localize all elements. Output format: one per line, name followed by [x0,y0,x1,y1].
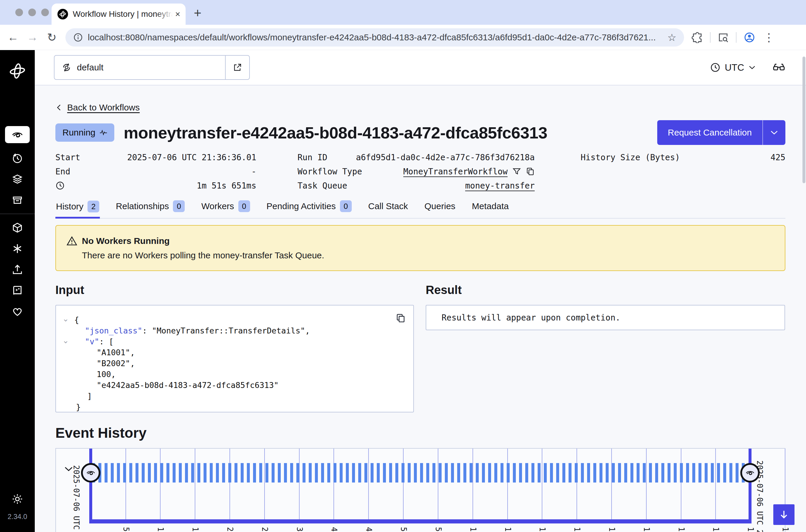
down-arrow-icon [778,509,789,520]
sidebar-item-docs[interactable] [12,285,23,296]
scroll-to-bottom-button[interactable] [773,504,794,525]
tab-close-icon[interactable]: × [175,10,180,19]
timeline-gridline [368,449,369,519]
site-info-icon[interactable] [73,33,83,42]
profile-avatar-icon[interactable] [744,32,755,43]
browser-tab[interactable]: Workflow History | moneytran × [52,3,186,25]
sidebar-item-deployments[interactable] [12,173,23,185]
external-link-icon [233,63,242,72]
temporal-logo-icon[interactable] [9,62,26,79]
window-controls[interactable] [15,8,49,16]
tick-label: 1m [781,527,790,532]
toolbar-divider [736,32,736,43]
tick-label: 11s [156,527,165,532]
event-history-timeline[interactable]: 5s11s17s22s28s34s40s45s51s57s1m1m1m1m1m1… [55,448,785,532]
timezone-selector[interactable]: UTC [710,62,756,73]
tick-label: 22s [226,527,234,532]
tab-queries[interactable]: Queries [424,197,456,218]
workflow-end-node[interactable] [740,463,760,482]
sidebar-item-nexus[interactable] [12,243,23,254]
back-to-workflows-link[interactable]: Back to Workflows [67,102,140,113]
warning-title: No Workers Running [82,236,170,246]
request-cancellation-label[interactable]: Request Cancellation [657,120,762,145]
window-minimize-button[interactable] [28,8,36,16]
workflow-execution-band[interactable] [92,463,751,482]
app-topbar: default UTC [35,50,806,86]
tick-label: 34s [295,527,304,532]
tab-metadata[interactable]: Metadata [471,197,510,218]
task-queue-label: Task Queue [298,181,347,191]
extensions-icon[interactable] [692,32,703,43]
result-message: Results will appear upon completion. [442,313,620,323]
back-icon[interactable]: ← [6,31,19,44]
workflow-type-link[interactable]: MoneyTransferWorkflow [403,167,507,176]
window-close-button[interactable] [15,8,23,16]
result-heading: Result [426,283,785,297]
url-text[interactable]: localhost:8080/namespaces/default/workfl… [88,33,663,42]
timeline-gridline [126,449,126,519]
timeline-gridline [715,449,716,519]
tab-relationships[interactable]: Relationships 0 [115,197,185,218]
tick-label: 57s [434,527,443,532]
timeline-gridline [577,449,577,519]
timeline-gridline [403,449,404,519]
new-tab-button[interactable]: + [194,6,202,19]
workflow-start-node[interactable] [81,463,100,482]
timeline-gridline [681,449,682,519]
tick-label: 40s [330,527,339,532]
tab-pending-activities[interactable]: Pending Activities 0 [266,197,352,218]
workflow-tabs: History 2 Relationships 0 Workers 0 Pend… [55,197,785,218]
tick-label: 1m [677,527,686,532]
timeline-gridline [333,449,334,519]
status-badge[interactable]: Running [55,124,114,142]
search-tabs-icon[interactable] [717,32,729,43]
forward-icon: → [26,31,39,44]
main-panel: default UTC [35,50,806,532]
history-size-value: 425 [770,153,785,162]
copy-icon[interactable] [526,167,535,176]
fold-caret-icon[interactable]: › [60,340,71,345]
chevron-left-icon [55,104,63,111]
end-label: End [55,167,71,176]
chevron-down-icon [748,64,756,71]
namespace-icon [62,62,72,73]
namespace-selector[interactable]: default [54,55,250,80]
duration-value: 1m 51s 651ms [197,181,256,191]
namespace-open-button[interactable] [225,56,249,79]
result-section: Result Results will appear upon completi… [426,283,785,413]
timeline-collapse-button[interactable] [64,464,74,474]
breadcrumb: Back to Workflows [55,102,785,113]
reload-icon[interactable]: ↻ [45,31,58,44]
sidebar-item-workflows[interactable] [5,126,30,143]
sidebar-item-archive[interactable] [12,194,23,206]
window-scrollbar[interactable] [803,57,805,183]
cancel-menu-chevron[interactable] [762,120,785,145]
bookmark-star-icon[interactable]: ☆ [668,32,676,43]
sidebar-item-schedules[interactable] [12,152,23,164]
sidebar-item-feedback[interactable] [12,305,23,317]
relationships-count-badge: 0 [173,200,185,212]
address-bar[interactable]: localhost:8080/namespaces/default/workfl… [65,28,684,46]
menu-icon[interactable]: ⋮ [762,31,775,44]
theme-toggle-sun-icon[interactable] [12,493,23,505]
toolbar-divider [710,32,711,43]
temporal-favicon-icon [57,9,68,19]
filter-icon[interactable] [512,167,521,176]
tab-call-stack[interactable]: Call Stack [368,197,408,218]
sidebar-item-import[interactable] [12,264,23,276]
timeline-gridline [264,449,265,519]
labs-glasses-icon[interactable] [772,61,785,74]
window-zoom-button[interactable] [41,8,49,16]
timeline-gridline [299,449,300,519]
history-size-label: History Size (Bytes) [581,153,680,162]
tab-workers[interactable]: Workers 0 [200,197,250,218]
sidebar-item-namespaces[interactable] [12,222,23,233]
input-json-viewer[interactable]: ›{ "json_class": "MoneyTransfer::Transfe… [55,305,414,413]
run-id-value: a6fd95d1-da0c-4d2e-a77c-786f3d76218a [356,153,535,162]
request-cancellation-button[interactable]: Request Cancellation [657,120,785,145]
timeline-gridline [195,449,195,519]
fold-caret-icon[interactable]: › [60,318,71,323]
task-queue-link[interactable]: money-transfer [465,181,535,191]
tab-history[interactable]: History 2 [55,197,100,218]
tick-label: 1m [503,527,512,532]
